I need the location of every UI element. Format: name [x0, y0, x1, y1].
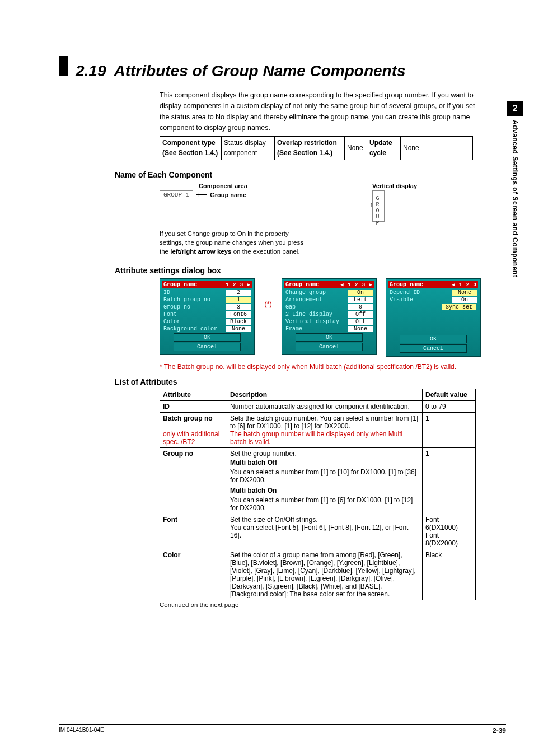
page-footer: IM 04L41B01-04E 2-39	[59, 724, 506, 735]
attr-gn-d2: You can select a number from [1] to [6] …	[230, 496, 419, 512]
note-text-2: on the execution panel.	[231, 248, 299, 255]
dlg2-r5-v: None	[348, 326, 373, 332]
dlg1-r4-v: Black	[226, 319, 251, 325]
dlg3-title: Group name	[390, 282, 423, 288]
dlg1-r0-v: 2	[226, 290, 251, 296]
dlg1-r5-k: Background color	[163, 326, 217, 332]
dlg2-r0-k: Change group	[285, 290, 326, 296]
dlg3-r1-v: On	[452, 297, 477, 303]
dlg1-r5-v: None	[226, 326, 251, 332]
attr-color-label: Color	[160, 549, 227, 600]
dlg3-r0-k: Depend ID	[390, 290, 420, 296]
component-area-label: Component area	[199, 183, 247, 189]
footer-doc-id: IM 04L41B01-04E	[59, 727, 104, 735]
section-title: Attributes of Group Name Components	[114, 62, 406, 80]
star-marker: (*)	[264, 300, 273, 308]
dlg3-cancel: Cancel	[400, 344, 467, 353]
dlg2-r3-k: 2 Line display	[285, 311, 332, 318]
meta-table: Component type (See Section 1.4.) Status…	[160, 136, 473, 160]
change-group-note: If you set Change group to On in the pro…	[160, 229, 305, 256]
dlg1-cancel: Cancel	[174, 343, 241, 351]
attr-batchgroup-label: Batch group no only with additional spec…	[160, 412, 227, 447]
dlg3-r0-v: None	[452, 290, 477, 296]
attr-groupno-desc: Set the group number. Multi batch Off Yo…	[227, 447, 423, 514]
attr-gn-h1: Multi batch Off	[230, 459, 419, 466]
attr-groupno-label: Group no	[160, 447, 227, 514]
meta-c2-value: None	[347, 144, 363, 152]
attr-font-desc: Set the size of On/Off strings. You can …	[227, 514, 423, 549]
attr-color-default: Black	[423, 549, 476, 600]
side-tab: 2 Advanced Settings of Screen and Compon…	[507, 101, 523, 277]
dlg1-r4-k: Color	[163, 319, 180, 325]
footer-page-number: 2-39	[493, 727, 506, 735]
dlg2-title: Group name	[285, 282, 319, 288]
attr-font-default: Font 6(DX1000) Font 8(DX2000)	[423, 514, 476, 549]
dlg1-r2-k: Group no	[163, 304, 190, 310]
intro-block: This component displays the group name c…	[160, 90, 484, 160]
meta-c2-label: Overlap restriction (See Section 1.4.)	[277, 139, 337, 157]
note-bold: left/right arrow keys	[170, 248, 231, 255]
dlg2-r5-k: Frame	[285, 326, 302, 332]
attr-bg-default: 1	[423, 412, 476, 447]
attributes-table: Attribute Description Default value ID N…	[160, 389, 476, 600]
dlg1-r1-k: Batch group no	[163, 297, 210, 303]
attr-bg-l1: Batch group no	[163, 414, 213, 422]
dlg2-cancel: Cancel	[296, 343, 363, 351]
dlg2-r4-k: Vertical display	[285, 319, 339, 325]
attr-batchgroup-desc: Sets the batch group number. You can sel…	[227, 412, 423, 447]
group-name-box: GROUP 1	[160, 190, 193, 199]
vertical-display-box: GROUP 1	[372, 190, 385, 222]
attr-id-default: 0 to 79	[423, 400, 476, 412]
attr-bg-d1: Sets the batch group number. You can sel…	[230, 414, 418, 430]
attr-gn-default: 1	[423, 447, 476, 514]
component-example-horizontal: ┌── Component area GROUP 1 Group name	[160, 183, 305, 223]
meta-c1-value: Status display component	[224, 139, 266, 157]
attr-color-desc: Set the color of a group name from among…	[227, 549, 423, 600]
dlg2-r1-v: Left	[348, 297, 373, 303]
component-example-vertical: Vertical display GROUP 1	[372, 183, 417, 223]
dialog-3: Group name◀ 1 2 3 Depend IDNone VisibleO…	[386, 278, 481, 357]
section-rule	[59, 56, 68, 76]
attr-gn-d1: You can select a number from [1] to [10]…	[230, 468, 419, 484]
dlg1-ok: OK	[174, 333, 241, 342]
dlg1-r1-v: 1	[226, 297, 251, 303]
attr-bg-l2: only with additional spec. /BT2	[163, 430, 219, 446]
chapter-title-tab: Advanced Settings of Screen and Componen…	[511, 120, 519, 277]
dialog-1: Group name1 2 3 ▶ ID2 Batch group no1 Gr…	[160, 278, 255, 355]
section-heading: 2.19 Attributes of Group Name Components	[59, 56, 484, 80]
attr-gn-d0: Set the group number.	[230, 450, 297, 458]
vertical-display-label: Vertical display	[372, 183, 417, 189]
attr-font-d2: You can select [Font 5], [Font 6], [Font…	[230, 524, 408, 539]
section-number: 2.19	[76, 62, 106, 80]
dlg1-r3-k: Font	[163, 311, 177, 318]
dlg3-r1-k: Visible	[390, 297, 413, 303]
group-name-label: Group name	[210, 192, 246, 198]
dlg2-r4-v: Off	[348, 319, 373, 325]
heading-name-of-each-component: Name of Each Component	[115, 170, 484, 179]
dlg2-r2-v: 0	[348, 304, 373, 310]
attr-id-desc: Number automatically assigned for compon…	[227, 400, 423, 412]
attr-head-description: Description	[227, 389, 423, 400]
continued-note: Continued on the next page	[160, 601, 484, 608]
dlg3-sync: Sync set	[442, 304, 476, 310]
attr-font-d1: Set the size of On/Off strings.	[230, 516, 318, 524]
chapter-number-tab: 2	[507, 101, 523, 116]
attr-head-default: Default value	[423, 389, 476, 400]
attr-gn-h2: Multi batch On	[230, 487, 419, 494]
dlg2-r3-v: Off	[348, 311, 373, 318]
dlg2-r0-v: On	[348, 290, 373, 296]
heading-attribute-settings-dialog: Attribute settings dialog box	[115, 266, 484, 275]
dlg2-r2-k: Gap	[285, 304, 296, 310]
dlg1-r3-v: Font6	[226, 311, 251, 318]
dialog-2: Group name◀ 1 2 3 ▶ Change groupOn Arran…	[282, 278, 377, 355]
meta-c3-value: None	[403, 144, 419, 152]
dlg3-ok: OK	[400, 335, 467, 343]
dlg1-r0-k: ID	[163, 290, 170, 296]
attr-head-attribute: Attribute	[160, 389, 227, 400]
dlg3-arrows: ◀ 1 2 3	[452, 282, 477, 288]
dlg2-ok: OK	[296, 333, 363, 342]
attr-id-label: ID	[160, 400, 227, 412]
dlg2-r1-k: Arrangement	[285, 297, 322, 303]
attr-font-label: Font	[160, 514, 227, 549]
intro-text: This component displays the group name c…	[160, 90, 484, 134]
